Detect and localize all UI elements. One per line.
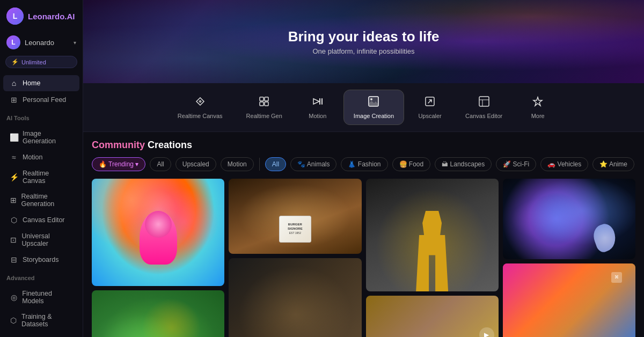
community-title-rest: Creations bbox=[148, 140, 192, 150]
app-logo-text: Leonardo.AI bbox=[28, 12, 75, 21]
tool-upscaler[interactable]: Upscaler bbox=[408, 90, 451, 124]
sidebar-item-personal-feed[interactable]: ⊞ Personal Feed bbox=[3, 92, 79, 108]
user-section[interactable]: L Leonardo ▾ bbox=[0, 32, 83, 53]
hero-subtitle: One platform, infinite possibilities bbox=[288, 47, 440, 55]
tool-motion[interactable]: Motion bbox=[296, 90, 339, 124]
upscaler-icon: ⊡ bbox=[10, 236, 18, 244]
unlimited-badge[interactable]: ⚡ Unlimited bbox=[5, 56, 77, 68]
grid-image-bag[interactable] bbox=[229, 258, 361, 337]
filter-scifi[interactable]: 🚀 Sci-Fi bbox=[496, 157, 536, 171]
filter-divider bbox=[259, 158, 260, 171]
tool-motion-label: Motion bbox=[309, 113, 326, 119]
grid-column-3: ▶ bbox=[366, 179, 499, 337]
community-section: Community Creations 🔥 Trending ▾ All Ups… bbox=[83, 132, 644, 337]
community-header: Community Creations bbox=[92, 140, 635, 151]
realtime-gen-tool-icon bbox=[258, 96, 270, 110]
svg-rect-4 bbox=[260, 102, 264, 106]
play-button[interactable]: ▶ bbox=[479, 327, 494, 337]
sidebar-item-canvas-editor[interactable]: ⬡ Canvas Editor bbox=[3, 212, 79, 228]
grid-image-1[interactable] bbox=[92, 179, 224, 286]
sidebar-item-finetuned-models[interactable]: ◎ Finetuned Models bbox=[3, 286, 79, 309]
tool-canvas-editor[interactable]: Canvas Editor bbox=[456, 90, 512, 124]
filter-bar: 🔥 Trending ▾ All Upscaled Motion All 🐾 A… bbox=[92, 157, 635, 171]
sidebar-item-realtime-canvas[interactable]: ⚡ Realtime Canvas bbox=[3, 166, 79, 188]
image-creation-tool-icon bbox=[368, 96, 379, 110]
image-grid: BURGERSIGNOREEST 1952 bbox=[92, 179, 635, 337]
filter-motion[interactable]: Motion bbox=[221, 157, 254, 171]
sidebar-item-storyboards[interactable]: ⊟ Storyboards bbox=[3, 252, 79, 268]
filter-fashion[interactable]: 👗 Fashion bbox=[341, 157, 387, 171]
training-icon: ⬡ bbox=[10, 316, 17, 325]
grid-column-4: ⌘ bbox=[503, 179, 635, 337]
svg-rect-3 bbox=[265, 97, 268, 101]
image-gen-icon: ⬜ bbox=[10, 133, 18, 142]
svg-rect-2 bbox=[260, 97, 264, 101]
user-name: Leonardo bbox=[25, 39, 69, 47]
realtime-canvas-tool-icon bbox=[194, 96, 206, 110]
sidebar-item-home[interactable]: ⌂ Home bbox=[3, 75, 79, 91]
canvas-editor-tool-icon bbox=[478, 96, 490, 110]
main-nav: ⌂ Home ⊞ Personal Feed bbox=[0, 72, 83, 111]
sidebar-item-motion[interactable]: ≈ Motion bbox=[3, 149, 79, 165]
sidebar-item-upscaler[interactable]: ⊡ Universal Upscaler bbox=[3, 229, 79, 251]
filter-anime[interactable]: ⭐ Anime bbox=[592, 157, 634, 171]
filter-vehicles[interactable]: 🚗 Vehicles bbox=[540, 157, 588, 171]
svg-point-7 bbox=[370, 98, 372, 100]
grid-image-chameleon[interactable] bbox=[92, 290, 224, 337]
realtime-gen-icon: ⊞ bbox=[10, 196, 17, 204]
sidebar-item-image-generation[interactable]: ⬜ Image Generation bbox=[3, 126, 79, 149]
avatar: L bbox=[6, 35, 20, 49]
filter-upscaled[interactable]: Upscaled bbox=[175, 157, 216, 171]
svg-rect-9 bbox=[479, 97, 489, 106]
upscaler-tool-icon bbox=[424, 96, 436, 110]
logo-area[interactable]: L Leonardo.AI bbox=[0, 0, 83, 32]
lightning-icon: ⚡ bbox=[11, 58, 19, 65]
home-icon: ⌂ bbox=[10, 79, 18, 87]
tool-realtime-gen[interactable]: Realtime Gen bbox=[237, 90, 292, 124]
hero-content: Bring your ideas to life One platform, i… bbox=[288, 28, 440, 55]
tool-realtime-canvas-label: Realtime Canvas bbox=[178, 113, 223, 119]
svg-text:L: L bbox=[13, 12, 18, 20]
grid-column-2: BURGERSIGNOREEST 1952 bbox=[229, 179, 361, 337]
filter-landscapes[interactable]: 🏔 Landscapes bbox=[435, 157, 492, 171]
tool-image-creation[interactable]: Image Creation bbox=[343, 90, 404, 125]
more-tool-icon bbox=[532, 96, 544, 110]
filter-food[interactable]: 🍔 Food bbox=[392, 157, 431, 171]
filter-all-right[interactable]: All bbox=[265, 157, 286, 171]
tool-upscaler-label: Upscaler bbox=[418, 113, 441, 119]
sidebar-item-training-datasets[interactable]: ⬡ Training & Datasets bbox=[3, 309, 79, 332]
grid-image-abstract[interactable] bbox=[503, 179, 635, 259]
plan-label: Unlimited bbox=[21, 59, 46, 65]
advanced-nav: ◎ Finetuned Models ⬡ Training & Datasets… bbox=[0, 283, 83, 337]
grid-image-video[interactable]: ▶ bbox=[366, 296, 499, 337]
sidebar: L Leonardo.AI L Leonardo ▾ ⚡ Unlimited ⌂… bbox=[0, 0, 83, 337]
grid-image-illustration[interactable]: ⌘ bbox=[503, 263, 635, 337]
logo-avatar: L bbox=[6, 8, 24, 25]
motion-tool-icon bbox=[312, 96, 324, 110]
filter-all-left[interactable]: All bbox=[150, 157, 171, 171]
motion-icon: ≈ bbox=[10, 153, 18, 162]
filter-animals[interactable]: 🐾 Animals bbox=[290, 157, 336, 171]
tool-realtime-canvas[interactable]: Realtime Canvas bbox=[168, 90, 232, 124]
storyboards-icon: ⊟ bbox=[10, 255, 18, 264]
sidebar-item-texture-generation[interactable]: ◈ Texture Generation bbox=[3, 332, 79, 337]
grid-image-burger[interactable]: BURGERSIGNOREEST 1952 bbox=[229, 179, 361, 254]
chevron-down-icon: ▾ bbox=[74, 40, 76, 46]
tool-realtime-gen-label: Realtime Gen bbox=[246, 113, 282, 119]
tool-more[interactable]: More bbox=[516, 90, 559, 124]
ai-tools-nav: ⬜ Image Generation ≈ Motion ⚡ Realtime C… bbox=[0, 123, 83, 270]
advanced-label: Advanced bbox=[0, 270, 83, 283]
hero-banner: Bring your ideas to life One platform, i… bbox=[83, 0, 644, 83]
feed-icon: ⊞ bbox=[10, 96, 18, 104]
tool-image-creation-label: Image Creation bbox=[354, 113, 394, 119]
realtime-canvas-icon: ⚡ bbox=[10, 173, 18, 181]
tool-bar: Realtime Canvas Realtime Gen bbox=[83, 83, 644, 132]
main-content: Bring your ideas to life One platform, i… bbox=[83, 0, 644, 337]
ai-tools-label: AI Tools bbox=[0, 111, 83, 123]
filter-trending[interactable]: 🔥 Trending ▾ bbox=[92, 157, 145, 171]
community-title-highlight: Community bbox=[92, 140, 145, 150]
grid-image-fashion[interactable] bbox=[366, 179, 499, 291]
finetuned-icon: ◎ bbox=[10, 293, 18, 302]
sidebar-item-realtime-generation[interactable]: ⊞ Realtime Generation bbox=[3, 189, 79, 211]
tool-more-label: More bbox=[531, 113, 545, 119]
